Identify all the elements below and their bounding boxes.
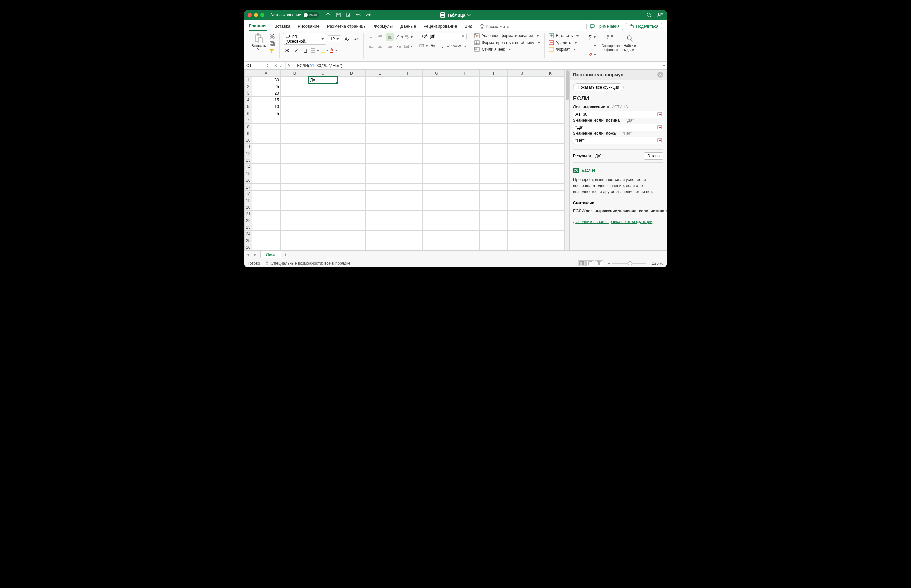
cell[interactable]: [536, 103, 565, 110]
undo-icon[interactable]: [355, 12, 361, 18]
cell[interactable]: [337, 77, 366, 83]
cell[interactable]: [309, 164, 337, 170]
column-header[interactable]: D: [337, 70, 366, 77]
cell[interactable]: [508, 164, 536, 170]
increase-font-icon[interactable]: A▴: [342, 35, 350, 42]
align-bottom-icon[interactable]: [386, 33, 394, 40]
fx-icon[interactable]: fx: [285, 63, 293, 68]
cell[interactable]: [394, 204, 423, 211]
cell[interactable]: [309, 211, 337, 217]
cell[interactable]: [366, 77, 394, 83]
close-window[interactable]: [248, 13, 252, 17]
cell[interactable]: [536, 184, 565, 191]
cell[interactable]: [479, 244, 508, 251]
normal-view-icon[interactable]: [577, 260, 585, 266]
cell[interactable]: [536, 204, 565, 211]
cell[interactable]: [536, 244, 565, 251]
column-header[interactable]: J: [508, 70, 536, 77]
cell[interactable]: [280, 217, 309, 224]
cell[interactable]: [479, 83, 508, 90]
cell[interactable]: [394, 144, 423, 150]
cell[interactable]: [394, 191, 423, 197]
maximize-window[interactable]: [261, 13, 264, 17]
cell[interactable]: [451, 197, 479, 204]
row-header[interactable]: 20: [245, 204, 252, 211]
share-button[interactable]: Поделиться: [626, 23, 662, 30]
formula-input[interactable]: =ЕСЛИ(A1=30;"Да";"Нет"): [293, 63, 661, 68]
cell[interactable]: [536, 150, 565, 157]
tab-insert[interactable]: Вставка: [274, 23, 290, 31]
cell[interactable]: [337, 164, 366, 170]
cell[interactable]: [309, 191, 337, 197]
save-as-icon[interactable]: [345, 12, 351, 18]
row-header[interactable]: 24: [245, 231, 252, 237]
cell[interactable]: [309, 137, 337, 144]
cell[interactable]: [252, 150, 280, 157]
cell[interactable]: [252, 124, 280, 130]
zoom-control[interactable]: − + 125 %: [608, 261, 663, 265]
spreadsheet-grid[interactable]: ABCDEFGHIJK130Да225320415510657891011121…: [244, 69, 565, 250]
cell[interactable]: [366, 170, 394, 177]
column-header[interactable]: K: [536, 70, 565, 77]
close-panel-icon[interactable]: ✕: [657, 72, 663, 78]
cell[interactable]: [536, 83, 565, 90]
cell[interactable]: [337, 157, 366, 164]
cell[interactable]: [479, 103, 508, 110]
borders-button[interactable]: [311, 47, 319, 54]
cell[interactable]: [536, 197, 565, 204]
align-top-icon[interactable]: [367, 33, 375, 40]
cell[interactable]: [508, 117, 536, 124]
cell[interactable]: [451, 103, 479, 110]
cell[interactable]: [280, 144, 309, 150]
cell[interactable]: [394, 224, 423, 231]
cell[interactable]: [536, 164, 565, 170]
cell[interactable]: [252, 130, 280, 137]
cell[interactable]: [337, 211, 366, 217]
page-layout-view-icon[interactable]: [586, 260, 594, 266]
cell[interactable]: [508, 130, 536, 137]
italic-button[interactable]: К: [292, 47, 300, 54]
cell[interactable]: [337, 177, 366, 184]
cell[interactable]: [422, 117, 451, 124]
cell[interactable]: [309, 117, 337, 124]
cell[interactable]: [280, 164, 309, 170]
cell[interactable]: [394, 110, 423, 117]
cell[interactable]: [422, 157, 451, 164]
cell[interactable]: [422, 191, 451, 197]
cell[interactable]: [508, 157, 536, 164]
format-cells-button[interactable]: Формат: [548, 47, 580, 52]
autosum-icon[interactable]: ∑: [587, 33, 597, 40]
cell[interactable]: [508, 144, 536, 150]
row-header[interactable]: 5: [245, 103, 252, 110]
cell[interactable]: [479, 150, 508, 157]
cell[interactable]: [479, 77, 508, 83]
cell[interactable]: [366, 117, 394, 124]
cell[interactable]: [309, 150, 337, 157]
cell[interactable]: [280, 170, 309, 177]
row-header[interactable]: 17: [245, 184, 252, 191]
cell[interactable]: [309, 197, 337, 204]
cell[interactable]: [366, 157, 394, 164]
cell[interactable]: [337, 117, 366, 124]
cell[interactable]: [280, 110, 309, 117]
cell[interactable]: [508, 231, 536, 237]
cell[interactable]: [280, 224, 309, 231]
cell[interactable]: [422, 197, 451, 204]
cell[interactable]: [280, 97, 309, 103]
cell[interactable]: [366, 150, 394, 157]
cell[interactable]: [479, 97, 508, 103]
bold-button[interactable]: Ж: [283, 47, 291, 54]
tab-view[interactable]: Вид: [465, 23, 473, 31]
cell[interactable]: [280, 117, 309, 124]
cell[interactable]: [451, 211, 479, 217]
cell[interactable]: [479, 204, 508, 211]
find-select-button[interactable]: Найти и выделить: [621, 33, 639, 52]
cell[interactable]: [451, 244, 479, 251]
paste-button[interactable]: Вставить: [250, 33, 267, 50]
cell[interactable]: [366, 83, 394, 90]
cell[interactable]: [280, 231, 309, 237]
cell[interactable]: [394, 164, 423, 170]
cell[interactable]: [394, 117, 423, 124]
cell[interactable]: [309, 217, 337, 224]
cell[interactable]: [252, 217, 280, 224]
